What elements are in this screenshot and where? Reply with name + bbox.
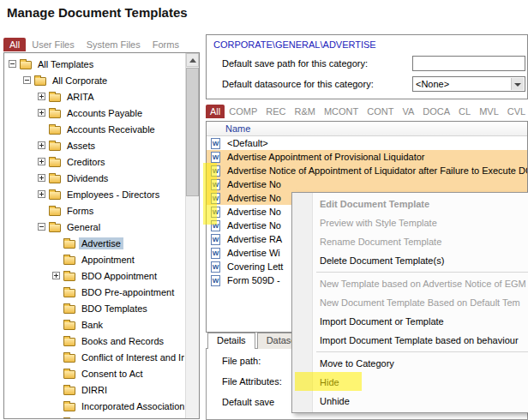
tree-item[interactable]: ARITA	[4, 88, 184, 105]
filter-tab-va[interactable]: VA	[398, 105, 418, 118]
filter-tab-all[interactable]: All	[206, 105, 225, 118]
word-document-icon	[211, 152, 220, 163]
folder-icon	[34, 77, 46, 86]
tree-item[interactable]: Incorporated Associations	[4, 398, 184, 414]
word-document-icon	[211, 220, 220, 231]
expand-toggle-icon[interactable]	[38, 93, 45, 100]
collapse-toggle-icon[interactable]	[38, 223, 45, 231]
template-name: Advertise No	[225, 219, 283, 231]
filter-tab-mcont[interactable]: MCONT	[320, 105, 363, 118]
tree-item-label: Conflict of Interest and In...	[79, 351, 184, 363]
template-name: Form 509D -	[225, 274, 282, 286]
tree-item[interactable]: BDO Templates	[4, 300, 184, 316]
word-document-icon	[211, 193, 220, 204]
scroll-up-button[interactable]	[186, 53, 199, 67]
menu-item-move-to-category[interactable]: Move to Category	[292, 354, 528, 373]
menu-item-delete-document-templates[interactable]: Delete Document Template(s)	[292, 251, 528, 270]
tree-item[interactable]: Employees - Directors	[4, 186, 184, 202]
tree-item[interactable]: BDO Appointment	[4, 267, 184, 284]
expand-toggle-icon[interactable]	[38, 190, 45, 198]
tree-item[interactable]: Creditors	[4, 153, 184, 170]
page-title: Manage Document Templates	[7, 5, 188, 20]
list-column-header[interactable]: Name	[207, 122, 527, 136]
expand-toggle-icon[interactable]	[38, 158, 45, 165]
tree-item-label: BDO Appointment	[79, 270, 159, 282]
folder-icon	[63, 321, 75, 330]
filter-tab-rec[interactable]: REC	[261, 105, 290, 118]
expand-toggle-icon[interactable]	[38, 174, 45, 182]
tree-item-label: Accounts Payable	[64, 107, 145, 119]
filter-tab-comp[interactable]: COMP	[225, 105, 261, 118]
template-row-selected[interactable]: Advertise Appointment of Provisional Liq…	[207, 150, 527, 164]
tree-item[interactable]: Conflict of Interest and In...	[4, 349, 184, 365]
tree-item[interactable]: Assets	[4, 137, 184, 153]
tree-item[interactable]: BDO Pre-appointment	[4, 284, 184, 300]
tree-item[interactable]: All Corporate	[4, 72, 184, 88]
filter-tab-doca[interactable]: DOCA	[418, 105, 454, 118]
folder-icon	[49, 224, 61, 232]
word-document-icon	[211, 261, 220, 273]
expand-toggle-icon[interactable]	[52, 272, 60, 279]
context-menu: Edit Document Template Preview with Styl…	[291, 192, 528, 413]
chevron-down-icon[interactable]	[511, 78, 524, 90]
filter-tab-cont[interactable]: CONT	[363, 105, 398, 118]
collapse-toggle-icon[interactable]	[9, 60, 16, 68]
menu-item-hide[interactable]: Hide	[292, 373, 528, 392]
filter-tab-rm[interactable]: R&M	[290, 105, 319, 118]
menu-item-new-template-based-on: New Template based on Advertise Notice o…	[292, 274, 528, 293]
filter-tab-cvl[interactable]: CVL	[503, 105, 528, 118]
tree-item-advertise-selected[interactable]: Advertise	[4, 235, 184, 251]
scrollbar-thumb[interactable]	[186, 68, 199, 196]
tree-item-label: Bank	[79, 319, 105, 331]
menu-item-import-document-or-template[interactable]: Import Document or Template	[292, 312, 528, 331]
tree-scrollbar[interactable]	[185, 53, 199, 418]
tree-item[interactable]: Dividends	[4, 170, 184, 186]
template-row-selected[interactable]: Advertise Notice of Appointment of Liqui…	[207, 164, 527, 177]
menu-separator	[316, 272, 528, 273]
expand-toggle-icon[interactable]	[38, 109, 45, 117]
template-row[interactable]: <Default>	[207, 136, 527, 150]
save-path-input[interactable]	[412, 56, 525, 71]
tab-user-files[interactable]: User Files	[26, 38, 81, 51]
collapse-toggle-icon[interactable]	[23, 76, 31, 84]
filter-tab-mvl[interactable]: MVL	[475, 105, 503, 118]
tab-forms[interactable]: Forms	[147, 38, 185, 51]
tab-details[interactable]: Details	[207, 333, 255, 349]
tree-item[interactable]: Accounts Receivable	[4, 121, 184, 137]
template-name: <Default>	[225, 137, 270, 149]
default-save-label: Default save	[222, 397, 274, 407]
tab-system-files[interactable]: System Files	[81, 38, 147, 51]
tree-item[interactable]: All Templates	[4, 56, 184, 72]
tree-item-label: Assets	[64, 140, 98, 152]
tree-item-label: Dividends	[64, 172, 111, 184]
template-name: Advertise Appointment of Provisional Liq…	[225, 151, 427, 163]
file-path-label: File path:	[222, 356, 261, 366]
tree-item[interactable]: Consent to Act	[4, 365, 184, 381]
folder-icon	[49, 175, 61, 183]
word-document-icon	[211, 138, 220, 149]
tree-item[interactable]: Accounts Payable	[4, 105, 184, 121]
template-name: Advertise No	[225, 192, 283, 204]
template-name: Advertise Notice of Appointment of Liqui…	[225, 165, 528, 177]
tree-item[interactable]: Books and Records	[4, 333, 184, 349]
tree-item-label: Accounts Receivable	[64, 123, 158, 135]
menu-item-import-template-based-on-behaviour[interactable]: Import Document Template based on behavi…	[292, 331, 528, 350]
folder-icon	[20, 61, 32, 69]
expand-toggle-icon[interactable]	[38, 141, 45, 149]
save-path-label: Default save path for this category:	[222, 58, 368, 69]
menu-item-unhide[interactable]: Unhide	[292, 392, 528, 411]
tab-all[interactable]: All	[3, 38, 26, 51]
tree-item-label: General	[64, 221, 103, 233]
template-category-tree: All Templates All Corporate ARITA Accoun…	[3, 52, 200, 419]
tree-item[interactable]: Investigations	[4, 414, 184, 418]
tree-item[interactable]: DIRRI	[4, 381, 184, 398]
category-filter-tabs: All COMP REC R&M MCONT CONT VA DOCA CL M…	[206, 104, 528, 119]
datasource-dropdown[interactable]: <None>	[412, 76, 525, 92]
template-row-selected[interactable]: Advertise No	[207, 177, 527, 191]
datasource-value: <None>	[416, 79, 449, 89]
tree-item[interactable]: Bank	[4, 316, 184, 333]
tree-item[interactable]: Forms	[4, 202, 184, 219]
tree-item[interactable]: Appointment	[4, 251, 184, 267]
tree-item[interactable]: General	[4, 219, 184, 235]
filter-tab-cl[interactable]: CL	[454, 105, 475, 118]
